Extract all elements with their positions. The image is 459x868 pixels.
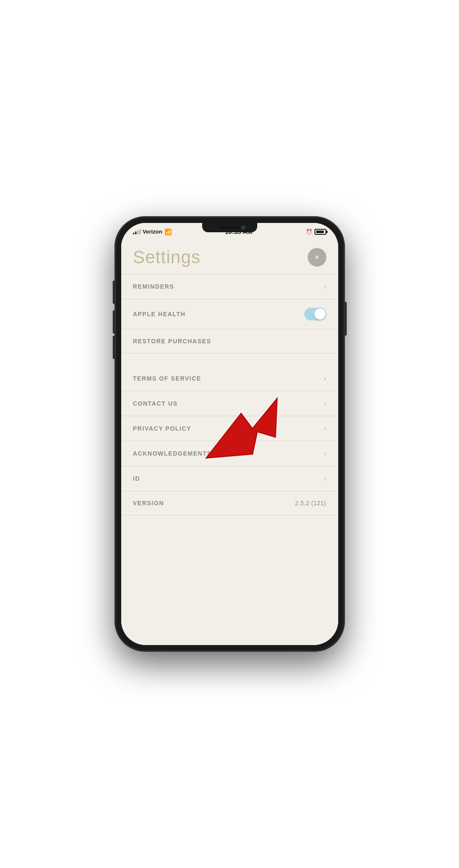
chevron-right-icon: › <box>324 375 326 382</box>
chevron-right-icon: › <box>324 425 326 432</box>
speaker <box>219 227 240 229</box>
settings-item-restore-purchases[interactable]: RESTORE PURCHASES <box>121 329 338 353</box>
notch <box>202 223 257 232</box>
status-right: ⏰ <box>306 229 326 235</box>
carrier-label: Verizon <box>143 228 162 235</box>
close-button[interactable]: × <box>308 248 326 267</box>
page-title: Settings <box>133 247 201 267</box>
version-value: 2.5.2 (121) <box>295 500 326 506</box>
settings-item-terms[interactable]: TERMS OF SERVICE › <box>121 366 338 391</box>
phone-device: Verizon 📶 10:35 AM ⏰ Settings × <box>115 217 344 651</box>
chevron-right-icon: › <box>324 450 326 457</box>
settings-item-version: VERSION 2.5.2 (121) <box>121 491 338 515</box>
settings-item-privacy[interactable]: PRIVACY POLICY › <box>121 416 338 441</box>
phone-screen: Verizon 📶 10:35 AM ⏰ Settings × <box>121 223 338 645</box>
camera <box>241 225 245 230</box>
settings-item-acknowledgements[interactable]: ACKNOWLEDGEMENTS › <box>121 441 338 466</box>
apple-health-toggle[interactable] <box>304 308 326 320</box>
chevron-right-icon: › <box>324 400 326 407</box>
wifi-icon: 📶 <box>164 228 172 235</box>
settings-list: REMINDERS › APPLE HEALTH <box>121 274 338 645</box>
app-content: Settings × REMINDERS › APPLE HEALTH <box>121 239 338 645</box>
settings-item-contact[interactable]: CONTACT US › <box>121 391 338 416</box>
chevron-right-icon: › <box>324 283 326 290</box>
alarm-icon: ⏰ <box>306 229 312 235</box>
battery-icon <box>314 229 326 235</box>
settings-item-id[interactable]: ID › <box>121 466 338 491</box>
chevron-right-icon: › <box>324 475 326 482</box>
settings-item-apple-health[interactable]: APPLE HEALTH <box>121 299 338 329</box>
settings-item-reminders[interactable]: REMINDERS › <box>121 274 338 299</box>
section-gap <box>121 353 338 366</box>
status-left: Verizon 📶 <box>133 228 172 235</box>
signal-icon <box>133 229 141 234</box>
settings-header: Settings × <box>121 239 338 274</box>
